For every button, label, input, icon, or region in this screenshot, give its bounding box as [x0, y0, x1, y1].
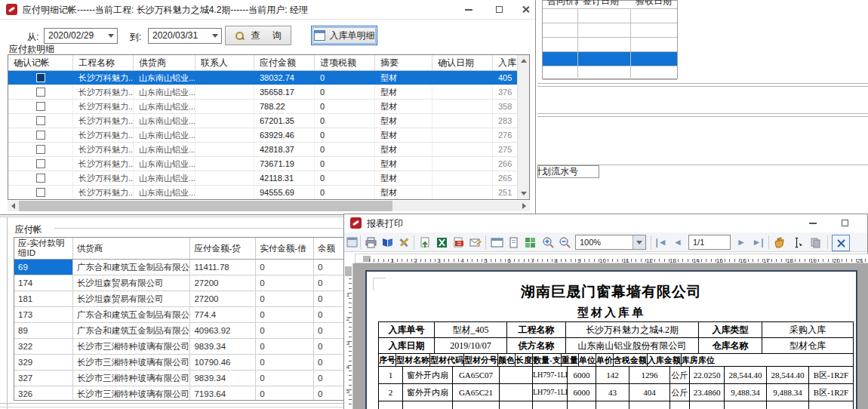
checkbox[interactable] [36, 145, 45, 154]
table-row[interactable]: 长沙万科魅力... 山东南山铝业... 42818.37 0 型材 275 [8, 143, 519, 157]
supplier-cell: 山东南山铝业... [134, 157, 195, 171]
id-cell: 326 [14, 386, 73, 401]
horizontal-scrollbar[interactable] [8, 201, 530, 211]
table-row[interactable] [543, 8, 677, 23]
detail-column-header: 型材代码 [430, 354, 464, 366]
zoom-level-combobox[interactable]: 100% [575, 235, 646, 250]
copy-pages-icon[interactable] [808, 235, 823, 250]
page-number-box[interactable]: 1/1 [688, 235, 731, 250]
checkbox[interactable] [36, 73, 45, 82]
page-setup-book-icon[interactable] [380, 235, 395, 250]
design-view-icon[interactable] [345, 235, 360, 250]
checkbox[interactable] [36, 88, 45, 97]
print-icon[interactable] [363, 235, 378, 250]
ruler-origin-marker [363, 256, 371, 262]
minimize-button[interactable] [803, 217, 823, 229]
id-cell: 173 [14, 307, 73, 322]
table-row[interactable]: 长沙万科魅力... 山东南山铝业... 38032.74 0 型材 405 [8, 71, 519, 85]
minimize-button[interactable] [459, 3, 479, 16]
column-header[interactable]: 实付金额-借 [256, 238, 314, 259]
single-page-view-icon[interactable] [506, 235, 521, 250]
maximize-button[interactable] [835, 217, 854, 229]
table-row-selected[interactable] [543, 51, 677, 66]
table-row[interactable]: 174 长沙坦森贸易有限公司 27200 0 0 [14, 275, 343, 291]
table-row[interactable]: 326 长沙市三湘特种玻璃有限公司 7193.64 0 0 [14, 386, 343, 401]
contract-col-header[interactable]: 验收日期 [631, 0, 677, 8]
column-header[interactable]: 应付金额 [254, 55, 315, 70]
close-preview-button[interactable] [832, 235, 850, 251]
column-header[interactable]: 余额 [314, 238, 343, 259]
table-row[interactable]: 长沙万科魅力... 山东南山铝业... 63929.46 0 型材 276 [8, 128, 519, 143]
contract-col-header[interactable]: 签订日期 [578, 0, 631, 8]
text-select-icon[interactable] [790, 235, 805, 250]
table-row[interactable]: 长沙万科魅力... 山东南山铝业... 67201.35 0 型材 283 [8, 114, 519, 128]
close-button[interactable] [516, 3, 535, 16]
table-row[interactable]: 322 长沙市三湘特种玻璃有限公司 9839.34 0 0 [14, 339, 343, 355]
checkbox[interactable] [36, 116, 45, 125]
column-header[interactable]: 供货商 [134, 55, 195, 70]
column-header[interactable]: 进项税额 [315, 55, 375, 70]
column-header[interactable]: 摘要 [375, 55, 432, 70]
checkbox[interactable] [36, 174, 45, 183]
table-row[interactable]: 327 长沙市三湘特种玻璃有限公司 9839.34 0 0 [14, 371, 343, 386]
query-button[interactable]: 查 询 [225, 26, 291, 45]
scroll-down-arrow[interactable] [518, 188, 529, 199]
table-row[interactable]: 329 长沙市三湘特种玻璃有限公司 10790.46 0 0 [14, 355, 343, 371]
table-row[interactable]: 长沙万科魅力... 山东南山铝业... 788.22 0 型材 358 [8, 100, 519, 114]
table-row[interactable] [543, 37, 677, 51]
multi-page-view-icon[interactable] [522, 235, 537, 250]
checkbox[interactable] [36, 131, 45, 140]
hand-pan-icon[interactable] [771, 235, 786, 250]
table-row[interactable] [543, 66, 677, 80]
column-header[interactable]: 联系人 [195, 55, 254, 70]
previous-page-button[interactable]: ◄ [670, 235, 685, 250]
contact-cell [195, 171, 254, 185]
scroll-up-arrow[interactable] [518, 55, 529, 66]
column-header[interactable]: 应-实付款明细ID [14, 238, 73, 259]
table-row[interactable]: 89 广东合和建筑五金制品有限公司 40963.92 0 0 [14, 323, 343, 339]
from-date-combobox[interactable]: 2020/02/29 [44, 28, 118, 44]
zoom-in-icon[interactable] [540, 235, 556, 250]
first-page-button[interactable]: |◄ [654, 235, 669, 250]
tools-icon[interactable] [396, 235, 411, 250]
next-page-button[interactable]: ► [734, 235, 749, 250]
table-row[interactable] [543, 23, 677, 37]
column-header[interactable]: 入库 [493, 55, 519, 70]
checkbox[interactable] [36, 159, 45, 168]
print-preview-area[interactable]: 123456 湖南巨晟门窗幕墙有限公司 型材入库单 入库单号 型材_405 [344, 263, 868, 409]
table-row[interactable]: 181 长沙坦森贸易有限公司 27200 0 0 [14, 291, 343, 307]
confirm-cell [8, 100, 73, 113]
send-mail-icon[interactable] [467, 235, 482, 250]
zoom-out-icon[interactable] [557, 235, 572, 250]
vertical-scrollbar[interactable] [517, 55, 529, 199]
table-row[interactable]: 69 广东合和建筑五金制品有限公司 11411.78 0 0 [14, 260, 343, 275]
scrollbar-thumb[interactable] [19, 201, 392, 211]
table-row[interactable]: 长沙万科魅力... 山东南山铝业... 94555.69 0 型材 251 [8, 186, 519, 200]
table-row[interactable]: 173 广东合和建筑五金制品有限公司 774.4 0 0 [14, 307, 343, 323]
checkbox[interactable] [36, 102, 45, 111]
column-header[interactable]: 供货商 [73, 238, 191, 259]
table-row[interactable]: 长沙万科魅力... 山东南山铝业... 73671.19 0 型材 266 [8, 157, 519, 171]
to-date-combobox[interactable]: 2020/03/31 [148, 28, 222, 44]
export-pdf-icon[interactable] [451, 235, 466, 250]
column-header[interactable]: 工程名称 [73, 55, 134, 70]
table-row[interactable]: 长沙万科魅力... 山东南山铝业... 35658.17 0 型材 376 [8, 85, 519, 100]
column-header[interactable]: 确认记帐 [8, 55, 73, 70]
scroll-left-arrow[interactable] [8, 201, 19, 211]
close-button[interactable] [862, 217, 868, 229]
export-excel-icon[interactable] [434, 235, 449, 250]
inbound-detail-button[interactable]: 入库单明细 [311, 26, 377, 45]
chevron-down-icon[interactable] [633, 235, 645, 249]
from-label: 从: [27, 31, 38, 44]
column-header[interactable]: 应付金额-贷 [190, 238, 256, 259]
checkbox[interactable] [36, 188, 45, 197]
maximize-button[interactable] [489, 3, 509, 16]
last-page-button[interactable]: ►| [750, 235, 765, 250]
column-header[interactable]: 确认日期 [432, 55, 493, 70]
supplier-cell: 山东南山铝业... [134, 85, 195, 99]
scroll-right-arrow[interactable] [519, 201, 530, 211]
page-width-view-icon[interactable] [489, 235, 504, 250]
contract-col-header[interactable]: 合同价款 [543, 0, 578, 8]
export-icon[interactable] [417, 235, 432, 250]
table-row[interactable]: 长沙万科魅力... 山东南山铝业... 42118.31 0 型材 265 [8, 171, 519, 186]
